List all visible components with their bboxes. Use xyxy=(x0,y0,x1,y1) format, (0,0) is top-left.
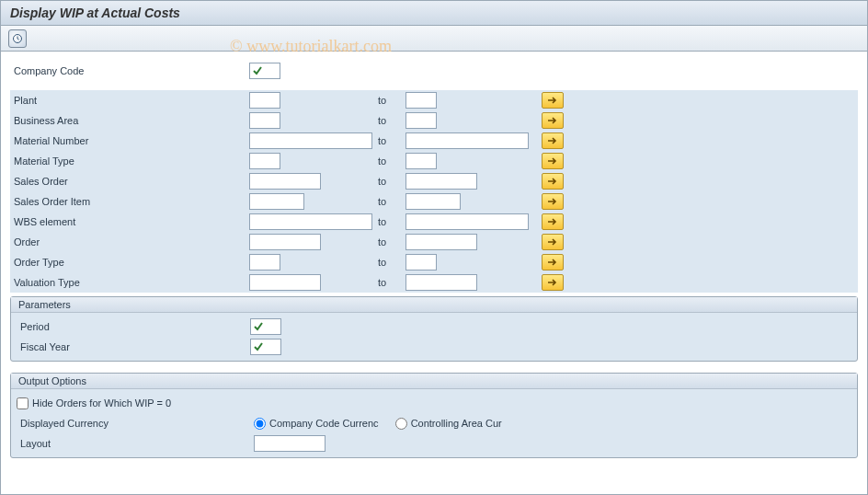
to-label: to xyxy=(378,95,405,106)
business-area-label: Business Area xyxy=(10,115,249,126)
material-type-from-input[interactable] xyxy=(249,153,280,169)
material-type-label: Material Type xyxy=(10,155,249,167)
arrow-right-icon xyxy=(547,136,558,145)
sales-order-to-input[interactable] xyxy=(405,173,477,190)
arrow-right-icon xyxy=(547,217,558,226)
plant-extend-button[interactable] xyxy=(542,92,564,109)
order-type-label: Order Type xyxy=(10,257,249,268)
arrow-right-icon xyxy=(547,96,558,105)
material-type-to-input[interactable] xyxy=(405,153,437,169)
company-code-input[interactable] xyxy=(249,63,280,79)
arrow-right-icon xyxy=(547,237,558,247)
execute-button[interactable] xyxy=(8,29,27,48)
arrow-right-icon xyxy=(547,156,558,166)
order-to-input[interactable] xyxy=(405,234,477,250)
displayed-currency-label: Displayed Currency xyxy=(17,418,254,429)
business-area-from-input[interactable] xyxy=(249,112,280,129)
required-check-icon xyxy=(253,66,262,75)
hide-zero-label: Hide Orders for Which WIP = 0 xyxy=(32,397,171,409)
material-number-to-input[interactable] xyxy=(405,132,529,149)
valuation-type-from-input[interactable] xyxy=(249,274,321,291)
sales-order-item-label: Sales Order Item xyxy=(10,196,249,207)
parameters-title: Parameters xyxy=(11,297,857,313)
valuation-type-to-input[interactable] xyxy=(405,274,477,291)
output-options-title: Output Options xyxy=(11,374,857,389)
fiscal-year-input[interactable] xyxy=(250,339,281,355)
wbs-element-to-input[interactable] xyxy=(405,213,529,230)
order-from-input[interactable] xyxy=(249,234,321,250)
sales-order-item-from-input[interactable] xyxy=(249,193,304,210)
valuation-type-label: Valuation Type xyxy=(10,277,249,288)
sales-order-item-extend-button[interactable] xyxy=(542,193,564,210)
layout-input[interactable] xyxy=(254,435,326,452)
hide-zero-checkbox[interactable]: Hide Orders for Which WIP = 0 xyxy=(17,397,171,409)
material-number-from-input[interactable] xyxy=(249,132,372,149)
currency-ca-input[interactable] xyxy=(395,418,407,430)
wbs-element-from-input[interactable] xyxy=(249,213,372,230)
toolbar xyxy=(1,26,867,52)
arrow-right-icon xyxy=(547,116,558,125)
plant-to-input[interactable] xyxy=(405,92,437,109)
arrow-right-icon xyxy=(547,258,558,267)
arrow-right-icon xyxy=(547,197,558,206)
arrow-right-icon xyxy=(547,278,558,287)
period-input[interactable] xyxy=(250,318,281,335)
order-label: Order xyxy=(10,236,249,248)
currency-ca-label: Controlling Area Cur xyxy=(411,418,502,429)
currency-cc-label: Company Code Currenc xyxy=(269,418,379,429)
order-type-extend-button[interactable] xyxy=(542,254,564,271)
business-area-extend-button[interactable] xyxy=(542,112,564,129)
sales-order-from-input[interactable] xyxy=(249,173,321,190)
wbs-element-extend-button[interactable] xyxy=(542,213,564,230)
order-type-from-input[interactable] xyxy=(249,254,280,271)
arrow-right-icon xyxy=(547,177,558,186)
sales-order-label: Sales Order xyxy=(10,176,249,187)
sales-order-extend-button[interactable] xyxy=(542,173,564,190)
fiscal-year-label: Fiscal Year xyxy=(17,341,250,352)
material-number-extend-button[interactable] xyxy=(542,132,564,149)
currency-controlling-area-radio[interactable]: Controlling Area Cur xyxy=(395,418,502,430)
clock-icon xyxy=(12,33,23,44)
layout-label: Layout xyxy=(17,438,254,449)
material-type-extend-button[interactable] xyxy=(542,153,564,169)
currency-cc-input[interactable] xyxy=(254,418,266,430)
order-type-to-input[interactable] xyxy=(405,254,437,271)
required-check-icon xyxy=(254,322,263,331)
business-area-to-input[interactable] xyxy=(405,112,437,129)
currency-company-code-radio[interactable]: Company Code Currenc xyxy=(254,418,379,430)
plant-label: Plant xyxy=(10,95,249,106)
page-title: Display WIP at Actual Costs xyxy=(1,1,867,26)
company-code-label: Company Code xyxy=(10,65,249,76)
sales-order-item-to-input[interactable] xyxy=(405,193,461,210)
plant-from-input[interactable] xyxy=(249,92,280,109)
period-label: Period xyxy=(17,321,250,332)
material-number-label: Material Number xyxy=(10,135,249,146)
valuation-type-extend-button[interactable] xyxy=(542,274,564,291)
order-extend-button[interactable] xyxy=(542,234,564,250)
required-check-icon xyxy=(254,342,263,351)
parameters-group: Parameters Period Fiscal Year xyxy=(10,296,858,362)
output-options-group: Output Options Hide Orders for Which WIP… xyxy=(10,373,858,458)
hide-zero-input[interactable] xyxy=(17,397,29,409)
wbs-element-label: WBS element xyxy=(10,216,249,227)
